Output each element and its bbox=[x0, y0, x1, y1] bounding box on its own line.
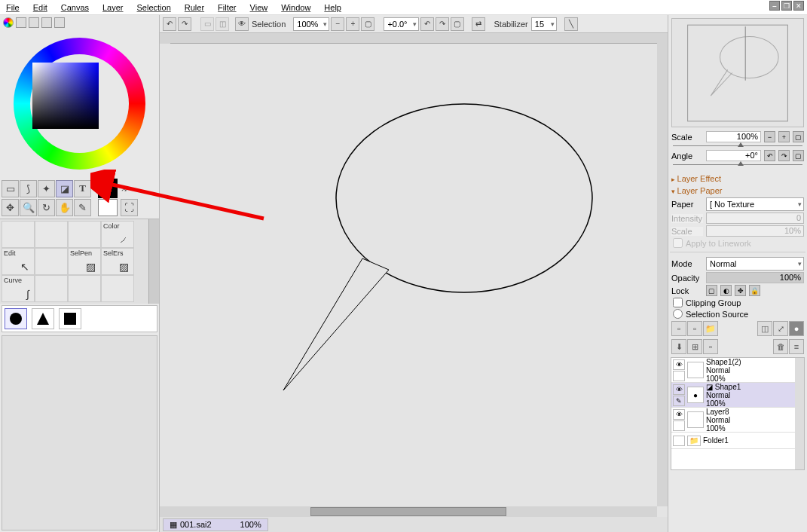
clear-layer-button[interactable]: ▫ bbox=[703, 339, 718, 354]
shape-tool[interactable]: ◪ bbox=[56, 180, 73, 197]
mode-dropdown[interactable]: Normal bbox=[706, 257, 804, 271]
undo-button[interactable]: ↶ bbox=[163, 17, 176, 31]
scale-minus[interactable]: − bbox=[764, 131, 775, 142]
shape-triangle[interactable] bbox=[32, 308, 54, 329]
section-layer-paper[interactable]: Layer Paper bbox=[668, 185, 807, 197]
magic-wand-tool[interactable]: ✦ bbox=[38, 180, 55, 197]
scale-slider[interactable] bbox=[673, 143, 802, 149]
move-tool[interactable]: ✥ bbox=[2, 199, 19, 216]
eyedropper-tool[interactable]: ✎ bbox=[74, 199, 91, 216]
zoom-fit-button[interactable]: ▢ bbox=[361, 17, 374, 31]
layer-layer8[interactable]: 👁 Layer8Normal100% bbox=[671, 408, 804, 433]
color-picker[interactable] bbox=[0, 30, 159, 177]
angle-ccw[interactable]: ↶ bbox=[764, 150, 775, 161]
layer-edit-icon[interactable]: ✎ bbox=[673, 396, 685, 406]
menu-ruler[interactable]: Ruler bbox=[185, 3, 204, 12]
layer-edit-icon[interactable] bbox=[673, 371, 685, 381]
scale-plus[interactable]: + bbox=[778, 131, 790, 142]
strip-btn-2[interactable] bbox=[29, 17, 39, 28]
cell-selers[interactable]: SelErs▨ bbox=[101, 248, 134, 275]
canvas-scrollbar-v[interactable] bbox=[657, 44, 668, 506]
strip-btn-1[interactable] bbox=[16, 17, 26, 28]
close-button[interactable]: ✕ bbox=[793, 1, 804, 11]
angle-reset-button[interactable]: ▢ bbox=[451, 17, 464, 31]
cell-edit[interactable]: Edit↖ bbox=[2, 248, 35, 275]
cell-blank-1[interactable] bbox=[2, 221, 35, 248]
section-layer-effect[interactable]: Layer Effect bbox=[668, 173, 807, 185]
hand-tool[interactable]: ✋ bbox=[56, 199, 73, 216]
cell-blank-5[interactable] bbox=[35, 275, 68, 302]
strip-btn-4[interactable] bbox=[54, 17, 65, 28]
zoom-out-button[interactable]: − bbox=[331, 17, 344, 31]
bg-color[interactable] bbox=[98, 199, 118, 216]
swap-colors-icon[interactable]: ⤭ bbox=[118, 184, 127, 194]
scale-value[interactable]: 100% bbox=[706, 131, 761, 142]
new-folder-button[interactable]: 📁 bbox=[703, 321, 718, 336]
mask-button[interactable]: ◫ bbox=[757, 321, 772, 336]
shape-square[interactable] bbox=[59, 308, 81, 329]
angle-slider[interactable] bbox=[673, 162, 802, 168]
lock-paint[interactable]: ▢ bbox=[706, 285, 717, 296]
layer-shape1[interactable]: 👁✎ ● ◪ Shape1Normal100% bbox=[671, 383, 804, 408]
deselect-button[interactable]: ▭ bbox=[200, 17, 214, 31]
transform-tool[interactable]: ⛶ bbox=[121, 199, 138, 216]
color-wheel-icon[interactable] bbox=[3, 17, 14, 28]
tool-grid-scrollbar[interactable] bbox=[148, 219, 159, 304]
opacity-value[interactable]: 100% bbox=[706, 272, 804, 283]
layer-menu-button[interactable]: ≡ bbox=[789, 339, 804, 354]
layer-scrollbar[interactable] bbox=[795, 358, 804, 469]
menu-canvas[interactable]: Canvas bbox=[61, 3, 89, 12]
layer-vis-icon[interactable]: 👁 bbox=[673, 359, 685, 370]
menu-edit[interactable]: Edit bbox=[33, 3, 47, 12]
rotate-ccw-button[interactable]: ↶ bbox=[420, 17, 434, 31]
layer-shape1-2[interactable]: 👁 Shape1(2)Normal100% 🔒 bbox=[671, 358, 804, 383]
maximize-button[interactable]: ❐ bbox=[781, 1, 792, 11]
lock-all[interactable]: 🔒 bbox=[749, 285, 760, 296]
cell-blank-3[interactable] bbox=[68, 221, 101, 248]
new-linework-button[interactable]: ▫ bbox=[687, 321, 702, 336]
zoom-in-button[interactable]: + bbox=[346, 17, 359, 31]
menu-window[interactable]: Window bbox=[281, 3, 310, 12]
text-tool[interactable]: T bbox=[74, 180, 91, 197]
selsource-radio[interactable] bbox=[673, 309, 683, 319]
menu-filter[interactable]: Filter bbox=[218, 3, 236, 12]
menu-file[interactable]: File bbox=[6, 3, 20, 12]
select-rect-tool[interactable]: ▭ bbox=[2, 180, 19, 197]
new-layer-button[interactable]: ▫ bbox=[671, 321, 686, 336]
line-tool-icon[interactable]: ╲ bbox=[564, 17, 578, 31]
lock-alpha[interactable]: ◐ bbox=[720, 285, 732, 296]
rotate-tool[interactable]: ↻ bbox=[38, 199, 55, 216]
invert-sel-button[interactable]: ◫ bbox=[216, 17, 229, 31]
cell-curve[interactable]: Curve∫ bbox=[2, 275, 35, 302]
layer-vis-icon[interactable]: 👁 bbox=[673, 384, 685, 395]
rotate-cw-button[interactable]: ↷ bbox=[436, 17, 449, 31]
foreground-color[interactable] bbox=[98, 179, 118, 198]
layer-vis-icon[interactable]: 👁 bbox=[673, 409, 685, 420]
paper-dropdown[interactable]: [ No Texture bbox=[706, 197, 804, 211]
menu-help[interactable]: Help bbox=[324, 3, 341, 12]
stabilizer-dropdown[interactable]: 15 bbox=[531, 17, 557, 31]
eye-icon[interactable]: 👁 bbox=[235, 17, 249, 31]
canvas-scrollbar-h[interactable] bbox=[160, 506, 657, 517]
redo-button[interactable]: ↷ bbox=[178, 17, 191, 31]
menu-view[interactable]: View bbox=[250, 3, 268, 12]
layer-edit-icon[interactable] bbox=[673, 420, 685, 431]
layer-folder1[interactable]: 📁 Folder1 bbox=[671, 433, 804, 449]
angle-dropdown[interactable]: +0.0° bbox=[384, 17, 418, 31]
strip-btn-3[interactable] bbox=[41, 17, 52, 28]
minimize-button[interactable]: ‒ bbox=[769, 1, 780, 11]
cell-blank-6[interactable] bbox=[68, 275, 101, 302]
zoom-tool[interactable]: 🔍 bbox=[20, 199, 37, 216]
navigator-preview[interactable] bbox=[671, 18, 804, 127]
flip-h-button[interactable]: ⇄ bbox=[472, 17, 485, 31]
angle-cw[interactable]: ↷ bbox=[778, 150, 790, 161]
clipping-check[interactable] bbox=[673, 298, 683, 307]
shape-circle[interactable] bbox=[5, 308, 27, 329]
cell-blank-4[interactable] bbox=[35, 248, 68, 275]
zoom-dropdown[interactable]: 100% bbox=[293, 17, 329, 31]
lock-move[interactable]: ✥ bbox=[735, 285, 746, 296]
cell-blank-7[interactable] bbox=[101, 275, 134, 302]
transform-layer-button[interactable]: ⤢ bbox=[773, 321, 788, 336]
merge-down-button[interactable]: ⊞ bbox=[687, 339, 702, 354]
document-tab[interactable]: ▦ 001.sai2 100% bbox=[163, 518, 268, 531]
